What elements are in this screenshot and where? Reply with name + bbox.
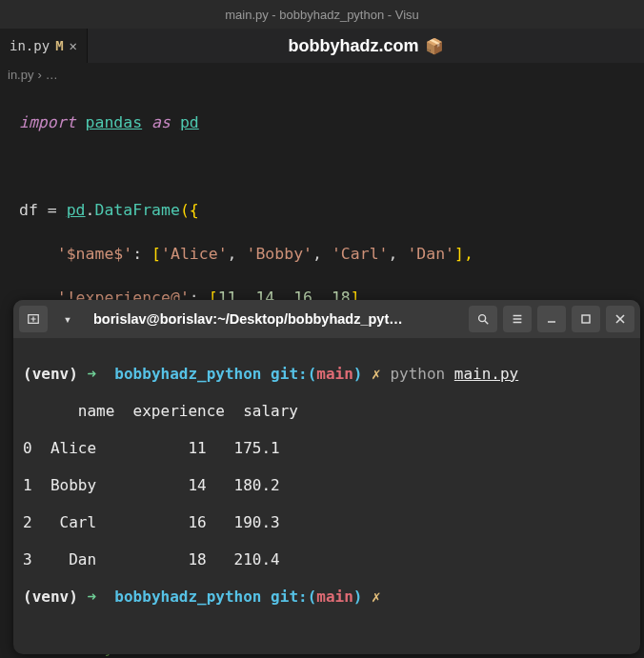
- new-tab-button[interactable]: [19, 306, 48, 332]
- code-line: '$name$': ['Alice', 'Bobby', 'Carl', 'Da…: [19, 243, 644, 265]
- close-button[interactable]: [606, 306, 634, 332]
- breadcrumb-rest: …: [46, 68, 58, 82]
- code-line: df = pd.DataFrame({: [19, 199, 644, 221]
- terminal-line: 2 Carl 16 190.3: [23, 513, 631, 532]
- terminal-line: 3 Dan 18 210.4: [23, 550, 631, 569]
- tab-main-py[interactable]: in.py M ✕: [0, 29, 88, 63]
- terminal-body[interactable]: (venv) ➜ bobbyhadz_python git:(main) ✗ p…: [13, 338, 640, 654]
- menu-icon[interactable]: [503, 306, 532, 332]
- maximize-button[interactable]: [572, 306, 600, 332]
- header-brand: bobbyhadz.com 📦: [88, 29, 644, 63]
- chevron-down-icon[interactable]: ▾: [53, 306, 82, 332]
- terminal-title: borislav@borislav:~/Desktop/bobbyhadz_py…: [88, 311, 463, 327]
- code-line: [19, 155, 644, 177]
- brand-text: bobbyhadz.com: [289, 36, 419, 56]
- tab-modified-indicator: M: [55, 38, 63, 53]
- svg-point-3: [479, 315, 486, 322]
- window-titlebar: main.py - bobbyhadz_python - Visu: [0, 0, 644, 29]
- terminal-line: 1 Bobby 14 180.2: [23, 476, 631, 495]
- svg-line-4: [485, 321, 489, 325]
- chevron-right-icon: ›: [37, 68, 41, 82]
- terminal-line: (venv) ➜ bobbyhadz_python git:(main) ✗: [23, 588, 631, 607]
- breadcrumb-file: in.py: [8, 68, 33, 82]
- terminal-titlebar: ▾ borislav@borislav:~/Desktop/bobbyhadz_…: [13, 300, 640, 338]
- terminal-line: (venv) ➜ bobbyhadz_python git:(main) ✗ p…: [23, 365, 631, 384]
- terminal-line: name experience salary: [23, 402, 631, 421]
- tab-bar: in.py M ✕ bobbyhadz.com 📦: [0, 29, 644, 63]
- search-icon[interactable]: [469, 306, 497, 332]
- minimize-button[interactable]: [537, 306, 566, 332]
- cube-icon: 📦: [425, 37, 444, 55]
- terminal-window: ▾ borislav@borislav:~/Desktop/bobbyhadz_…: [13, 300, 640, 654]
- tab-filename: in.py: [10, 38, 50, 53]
- close-icon[interactable]: ✕: [70, 38, 77, 53]
- code-line: import pandas as pd: [19, 111, 644, 133]
- window-title: main.py - bobbyhadz_python - Visu: [225, 8, 419, 22]
- breadcrumb[interactable]: in.py › …: [0, 63, 644, 86]
- terminal-line: 0 Alice 11 175.1: [23, 439, 631, 458]
- svg-rect-9: [582, 315, 590, 323]
